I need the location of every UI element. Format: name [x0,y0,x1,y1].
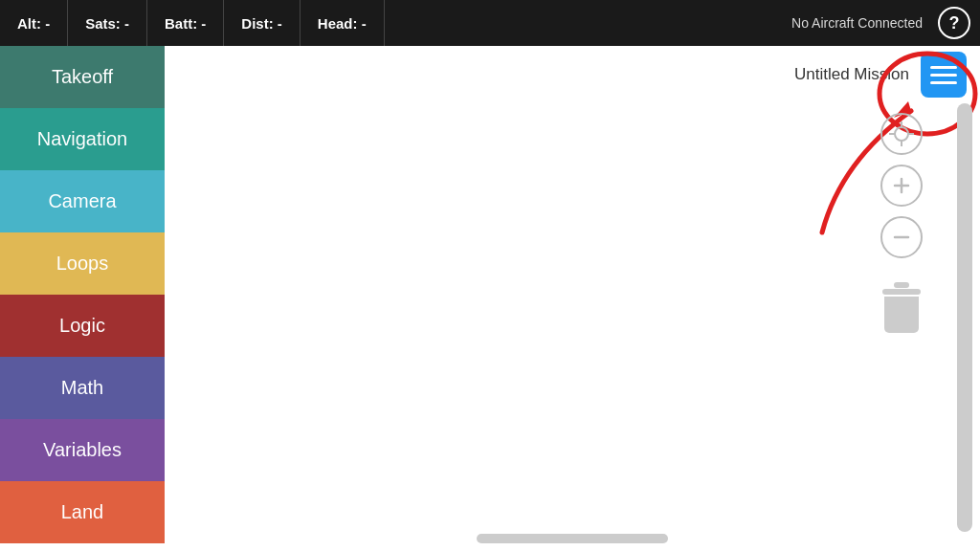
minus-icon [891,227,912,248]
vertical-scrollbar[interactable] [957,103,972,532]
alt-label: Alt: - [17,15,50,32]
batt-label: Batt: - [165,15,206,32]
horizontal-scroll-indicator[interactable] [477,534,668,543]
sidebar: Takeoff Navigation Camera Loops Logic Ma… [0,46,165,551]
zoom-out-button[interactable] [880,216,923,258]
hamburger-menu-button[interactable] [921,52,967,98]
sats-label: Sats: - [85,15,129,32]
sidebar-item-variables[interactable]: Variables [0,419,165,481]
sidebar-item-math[interactable]: Math [0,357,165,419]
sidebar-item-land[interactable]: Land [0,481,165,543]
mission-title: Untitled Mission [794,65,909,84]
trash-lid [882,289,921,295]
trash-handle [894,282,909,288]
status-bar: Alt: - Sats: - Batt: - Dist: - Head: - N… [0,0,980,46]
svg-point-2 [895,127,908,141]
batt-indicator: Batt: - [147,0,224,46]
plus-icon [891,175,912,196]
zoom-in-button[interactable] [880,165,923,207]
hamburger-line-2 [930,74,957,77]
connection-status: No Aircraft Connected [776,15,938,31]
sidebar-item-logic[interactable]: Logic [0,295,165,357]
content-topbar: Untitled Mission [165,46,980,103]
alt-indicator: Alt: - [0,0,68,46]
sidebar-item-navigation[interactable]: Navigation [0,108,165,170]
sidebar-item-loops[interactable]: Loops [0,232,165,295]
hamburger-line-3 [930,81,957,84]
main-layout: Takeoff Navigation Camera Loops Logic Ma… [0,46,980,551]
trash-body [884,297,919,333]
locate-button[interactable] [880,113,923,155]
crosshair-icon [889,121,914,146]
hamburger-line-1 [930,66,957,69]
sidebar-item-camera[interactable]: Camera [0,170,165,232]
sidebar-item-takeoff[interactable]: Takeoff [0,46,165,108]
head-indicator: Head: - [301,0,385,46]
delete-button[interactable] [880,281,923,333]
dist-label: Dist: - [241,15,282,32]
head-label: Head: - [318,15,367,32]
sats-indicator: Sats: - [68,0,147,46]
dist-indicator: Dist: - [224,0,301,46]
help-button[interactable]: ? [938,7,970,39]
right-toolbar [880,113,923,333]
content-area: Untitled Mission [165,46,980,551]
